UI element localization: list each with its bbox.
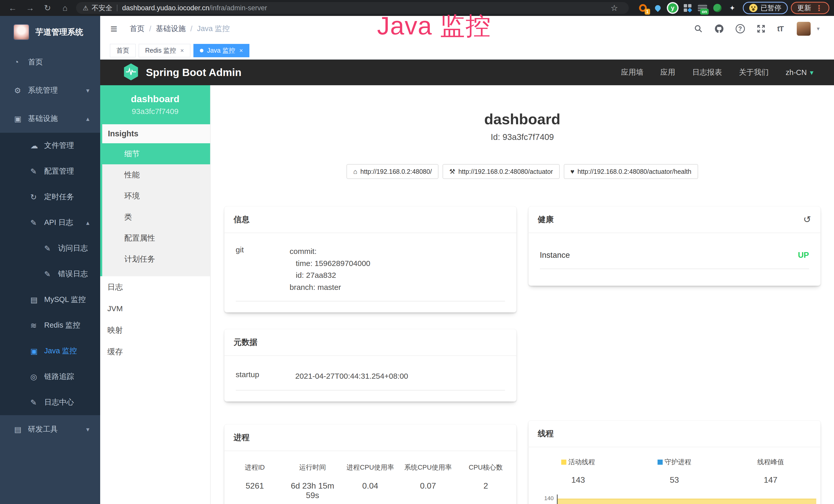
sba-header: Spring Boot Admin 应用墙 应用 日志报表 关于我们 zh-CN… — [100, 60, 834, 85]
insights-group-label[interactable]: Insights — [102, 124, 210, 143]
sidebar-item-label: 日志中心 — [44, 397, 74, 408]
sba-item-config-props[interactable]: 配置属性 — [102, 228, 210, 249]
sba-nav-wallboard[interactable]: 应用墙 — [621, 67, 643, 77]
extension-icon-pin[interactable] — [653, 3, 663, 13]
sidebar-item-label: Redis 监控 — [44, 320, 80, 330]
sba-item-environment[interactable]: 环境 — [102, 185, 210, 206]
breadcrumb-infrastructure[interactable]: 基础设施 — [156, 24, 186, 34]
sba-item-mappings[interactable]: 映射 — [100, 319, 210, 341]
github-icon[interactable] — [715, 24, 724, 33]
health-url-button[interactable]: ♥ http://192.168.0.2:48080/actuator/heal… — [564, 164, 698, 179]
forward-icon[interactable]: → — [25, 3, 35, 13]
app-brand[interactable]: 芋道管理系统 — [0, 16, 100, 48]
info-row-value: commit: time: 1596289704000 id: 27aa832 … — [290, 246, 370, 293]
home-icon: ⌂ — [353, 168, 357, 176]
extension-badge-on: on — [700, 9, 709, 15]
sidebar-item-config-management[interactable]: ✎ 配置管理 — [0, 158, 100, 184]
sidebar-item-home[interactable]: ◔ 首页 — [0, 48, 100, 76]
sba-brand-title[interactable]: Spring Boot Admin — [146, 67, 241, 78]
tab-java-monitor[interactable]: Java 监控 × — [193, 44, 249, 57]
legend-value: 147 — [723, 475, 819, 485]
instance-name: dashboard — [131, 94, 179, 105]
sidebar-item-api-logs[interactable]: ✎ API 日志 ▴ — [0, 210, 100, 235]
bookmark-star-icon[interactable]: ☆ — [611, 3, 618, 13]
font-size-icon[interactable]: tT — [777, 24, 784, 33]
extension-icon-y[interactable]: y — [667, 3, 678, 13]
avatar-caret-down-icon[interactable]: ▾ — [817, 25, 820, 32]
home-icon[interactable]: ⌂ — [60, 3, 70, 13]
collapse-sidebar-icon[interactable]: ≡ — [110, 22, 117, 36]
extension-icon-orange-c[interactable]: 1 — [638, 3, 648, 13]
sba-locale-select[interactable]: zh-CN ▾ — [786, 68, 813, 77]
close-icon[interactable]: × — [180, 47, 184, 54]
breadcrumb-separator: / — [190, 25, 192, 33]
process-panel: 进程 进程ID 5261 运行时间 6d 23h 15m — [224, 424, 517, 504]
extension-icon-grid[interactable] — [682, 3, 693, 13]
sba-nav-about[interactable]: 关于我们 — [739, 67, 769, 77]
breadcrumb-home[interactable]: 首页 — [130, 24, 145, 34]
threads-area-chart: 140 120 100 — [529, 495, 820, 504]
reload-icon[interactable]: ↻ — [43, 3, 52, 13]
close-icon[interactable]: × — [239, 47, 243, 54]
service-url-button[interactable]: ⌂ http://192.168.0.2:48080/ — [347, 164, 438, 179]
sba-item-jvm[interactable]: JVM — [100, 298, 210, 319]
sba-item-details[interactable]: 细节 — [100, 143, 210, 164]
page-title: dashboard — [484, 110, 561, 128]
y-tick: 140 — [544, 495, 554, 502]
sidebar-item-java-monitor[interactable]: ▣ Java 监控 — [0, 338, 100, 364]
sidebar-item-tracing[interactable]: ◎ 链路追踪 — [0, 364, 100, 389]
history-icon[interactable]: ↺ — [803, 214, 811, 225]
sidebar-item-mysql-monitor[interactable]: ▤ MySQL 监控 — [0, 287, 100, 313]
sba-nav-journal[interactable]: 日志报表 — [692, 67, 722, 77]
extensions-puzzle-icon[interactable]: ✦ — [727, 3, 738, 13]
paused-button[interactable]: 已暂停 — [743, 2, 788, 14]
instance-header[interactable]: dashboard 93a3fc7f7409 — [100, 85, 210, 124]
avatar[interactable] — [797, 22, 811, 36]
url-host: dashboard.yudao.iocoder.cn — [122, 4, 209, 12]
layers-icon: ≋ — [30, 321, 44, 330]
sidebar-item-error-logs[interactable]: ✎ 错误日志 — [0, 261, 100, 287]
tab-redis-monitor[interactable]: Redis 监控 × — [139, 44, 190, 57]
process-col-value: 5261 — [226, 481, 284, 491]
sba-item-caches[interactable]: 缓存 — [100, 341, 210, 363]
address-bar[interactable]: ⚠ 不安全 dashboard.yudao.iocoder.cn /infra/… — [76, 2, 629, 14]
sba-item-logs[interactable]: 日志 — [100, 276, 210, 298]
sidebar-item-scheduled-tasks[interactable]: ↻ 定时任务 — [0, 184, 100, 210]
sba-item-classes[interactable]: 类 — [102, 206, 210, 228]
status-badge: UP — [798, 251, 809, 260]
process-table: 进程ID 5261 运行时间 6d 23h 15m 59s 进程CPU使用率 — [224, 451, 516, 504]
search-icon[interactable] — [694, 24, 703, 33]
sba-item-metrics[interactable]: 性能 — [102, 164, 210, 185]
update-browser-button[interactable]: 更新 ⋮ — [791, 2, 829, 14]
extension-icon-list-on[interactable]: on — [697, 3, 708, 13]
sidebar-item-access-logs[interactable]: ✎ 访问日志 — [0, 235, 100, 261]
plot-area — [557, 495, 816, 504]
sba-main-content: dashboard Id: 93a3fc7f7409 ⌂ http://192.… — [211, 85, 834, 504]
metadata-row-value: 2021-04-27T00:44:31.254+08:00 — [295, 370, 409, 382]
help-icon[interactable]: ? — [736, 24, 745, 33]
sidebar-item-infrastructure[interactable]: ▣ 基础设施 ▴ — [0, 105, 100, 133]
fullscreen-icon[interactable] — [757, 24, 765, 33]
extension-icon-green-leaf[interactable] — [712, 3, 723, 13]
sidebar-item-dev-tools[interactable]: ▤ 研发工具 ▾ — [0, 415, 100, 443]
sidebar-item-log-center[interactable]: ✎ 日志中心 — [0, 389, 100, 415]
tab-home[interactable]: 首页 — [110, 44, 136, 57]
edit-square-icon: ✎ — [30, 398, 44, 407]
tab-label: Java 监控 — [207, 46, 235, 55]
sidebar-item-redis-monitor[interactable]: ≋ Redis 监控 — [0, 313, 100, 338]
not-secure-warning-icon[interactable]: ⚠ — [83, 4, 88, 12]
sba-item-scheduled-tasks[interactable]: 计划任务 — [102, 249, 210, 270]
extension-badge-count: 1 — [645, 9, 650, 15]
sba-nav-applications[interactable]: 应用 — [660, 67, 675, 77]
sidebar-item-label: 文件管理 — [44, 140, 74, 151]
briefcase-icon: ▤ — [14, 425, 28, 434]
sidebar-item-system-management[interactable]: ⚙ 系统管理 ▾ — [0, 76, 100, 105]
breadcrumb-separator: / — [149, 25, 151, 33]
browser-menu-dots-icon[interactable]: ⋮ — [815, 4, 823, 13]
info-panel: 信息 git commit: time: 1596289704000 id: 2 — [224, 206, 517, 313]
back-icon[interactable]: ← — [8, 3, 18, 13]
sidebar-item-file-management[interactable]: ☁ 文件管理 — [0, 133, 100, 158]
actuator-url-button[interactable]: ⚒ http://192.168.0.2:48080/actuator — [443, 164, 560, 179]
process-col-value: 0.07 — [399, 481, 457, 491]
page-instance-id: Id: 93a3fc7f7409 — [491, 132, 554, 142]
